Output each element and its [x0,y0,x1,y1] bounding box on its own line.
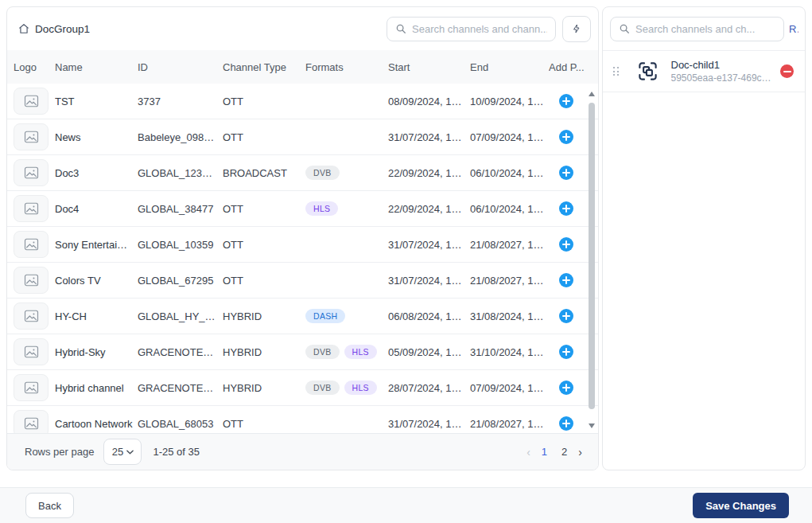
page-button-1[interactable]: 1 [538,444,550,459]
add-channel-button[interactable] [559,416,573,431]
channel-formats: DASH [305,309,388,323]
channel-logo-placeholder [14,159,49,186]
channel-name: TST [55,96,138,107]
channel-id: 3737 [138,96,223,107]
format-badge-dvb: DVB [305,166,340,180]
channel-formats: DVBHLS [305,381,388,395]
rows-per-page-select[interactable]: 25 [103,439,142,465]
table-row: HY-CH GLOBAL_HY_CH HYBRID DASH 06/08/202… [7,299,598,334]
channel-logo-placeholder [14,410,49,433]
channels-search[interactable] [387,17,556,41]
scrollbar-thumb[interactable] [589,103,595,409]
image-icon [24,238,39,251]
action-bar: Back Save Changes [0,487,812,523]
channel-type: OTT [223,275,305,287]
remove-all-link[interactable]: Remove... [789,23,798,35]
channel-id: GLOBAL_38477 [138,203,223,215]
channel-formats: HLS [305,201,388,216]
drag-handle-icon[interactable] [611,64,621,78]
add-channel-button[interactable] [559,273,573,287]
channel-id: Babeleye_098390 [138,131,223,143]
format-badge-hls: HLS [344,345,377,359]
selected-channel-item: Doc-child1 59505eaa-e137-469c-... [603,51,805,92]
page-button-2[interactable]: 2 [558,444,570,459]
advanced-filter-button[interactable] [562,16,591,42]
format-badge-dvb: DVB [305,381,340,395]
channel-id: GLOBAL_123456 [138,167,223,179]
side-search[interactable] [610,17,784,41]
add-channel-button[interactable] [559,130,573,144]
side-items: Doc-child1 59505eaa-e137-469c-... [603,51,805,92]
add-channel-button[interactable] [559,381,573,395]
side-search-input[interactable] [635,23,775,35]
scroll-down-arrow[interactable] [589,423,595,428]
channel-end: 21/08/2027, 19:29 [470,239,549,251]
plus-icon [562,276,570,284]
channel-end: 07/09/2024, 18:... [470,382,549,394]
channel-start: 05/09/2024, 18:57 [388,346,470,358]
channel-end: 07/09/2024, 19:29 [470,131,549,143]
channel-type: HYBRID [223,310,305,322]
channel-scan-icon [637,60,659,82]
next-page-button[interactable]: › [578,447,582,458]
side-panel-header: Remove... [603,7,805,51]
channel-end: 10/09/2024, 19:29 [470,96,549,107]
save-changes-button[interactable]: Save Changes [693,493,789,518]
table-row: Doc3 GLOBAL_123456 BROADCAST DVB 22/09/2… [7,155,598,191]
channel-type: HYBRID [223,382,305,394]
table-scrollbar[interactable] [588,87,596,430]
format-badge-dash: DASH [305,309,345,323]
channel-logo-placeholder [14,267,49,294]
channel-start: 31/07/2024, 19:30 [388,131,470,143]
column-header-start: Start [388,61,470,73]
column-header-end: End [470,61,549,73]
plus-icon [562,240,570,248]
column-header-formats: Formats [305,61,388,73]
channel-logo-placeholder [14,338,49,365]
pager: ‹ 12 › [526,444,582,459]
add-channel-button[interactable] [559,237,573,252]
channel-end: 31/08/2024, 15:57 [470,310,549,322]
add-channel-button[interactable] [559,201,573,216]
format-badge-dvb: DVB [305,345,340,359]
channel-type: OTT [223,131,305,143]
channel-end: 06/10/2024, 14:32 [470,203,549,215]
channel-logo-placeholder [14,231,49,258]
channel-type: OTT [223,203,305,215]
channel-start: 31/07/2024, 19:30 [388,239,470,251]
plus-icon [562,205,570,213]
plus-icon [562,420,570,427]
channel-name: HY-CH [55,310,138,322]
channel-id: GLOBAL_67295 [138,275,223,287]
channel-logo-placeholder [14,195,49,222]
channel-name: Sony Entertainm... [55,239,138,251]
table-row: Hybrid channel GRACENOTE_09... HYBRID DV… [7,370,598,406]
pagination-range: 1-25 of 35 [153,446,200,458]
prev-page-button[interactable]: ‹ [526,447,530,458]
add-channel-button[interactable] [559,309,573,323]
add-channel-button[interactable] [559,94,573,108]
channel-start: 31/07/2024, 19:30 [388,418,470,430]
selected-channel-name: Doc-child1 [671,59,773,71]
page-numbers: 12 [538,444,570,459]
channel-logo-placeholder [14,123,49,150]
table-row: Cartoon Network GLOBAL_68053 OTT 31/07/2… [7,406,598,433]
rows-per-page-value: 25 [112,446,123,458]
back-button[interactable]: Back [25,493,74,518]
remove-channel-button[interactable] [780,64,794,78]
channel-start: 06/08/2024, 15:57 [388,310,470,322]
channel-start: 31/07/2024, 19:30 [388,275,470,287]
image-icon [24,202,39,215]
channels-search-input[interactable] [412,23,547,35]
image-icon [24,381,39,394]
column-header-name: Name [55,61,138,73]
channel-formats: DVBHLS [305,345,388,359]
add-channel-button[interactable] [559,166,573,180]
table-footer: Rows per page 25 1-25 of 35 ‹ 12 › [7,433,598,470]
image-icon [24,95,39,107]
add-channel-button[interactable] [559,345,573,359]
scroll-up-arrow[interactable] [589,92,595,96]
plus-icon [562,169,570,177]
group-title-wrap: DocGroup1 [18,23,90,35]
plus-icon [562,97,570,105]
